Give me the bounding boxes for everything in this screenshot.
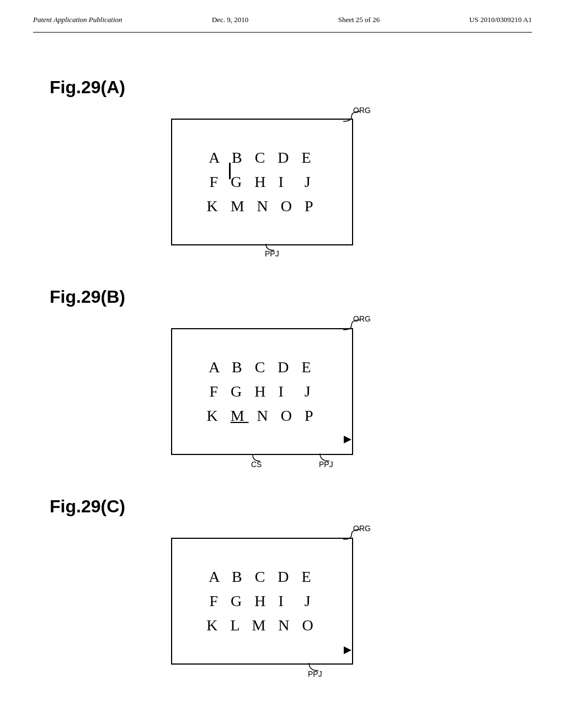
svg-marker-0 bbox=[344, 436, 351, 443]
fig-a-box: A B C D E F G H I J K M N O P bbox=[171, 119, 353, 245]
fig-c-box: A B C D E F G H I J K L M N O bbox=[171, 538, 353, 665]
fig-c-row1: A B C D E bbox=[209, 565, 315, 589]
fig-b-row3: K M N O P bbox=[206, 404, 317, 428]
fig-c-label: Fig.29(C) bbox=[50, 496, 125, 517]
svg-marker-1 bbox=[344, 646, 351, 654]
fig-a-label: Fig.29(A) bbox=[50, 77, 125, 98]
fig-c-ppj-bracket bbox=[306, 662, 328, 673]
fig-b-label: Fig.29(B) bbox=[50, 287, 125, 307]
fig-b-row2: F G H I J bbox=[209, 379, 315, 404]
fig-a-cursor bbox=[229, 163, 231, 179]
fig-a-ppj-bracket bbox=[263, 243, 285, 253]
header-sheet: Sheet 25 of 26 bbox=[338, 15, 380, 24]
fig-b-cs-bracket bbox=[250, 453, 266, 463]
header-publication-label: Patent Application Publication bbox=[33, 15, 122, 24]
fig-c-row2: F G H I J bbox=[209, 589, 315, 613]
fig-b-ppj-bracket bbox=[317, 452, 339, 463]
fig-a-row3: K M N O P bbox=[206, 194, 317, 218]
fig-b-row1: A B C D E bbox=[209, 355, 315, 379]
header-divider bbox=[33, 32, 532, 33]
fig-b-box: A B C D E F G H I J K M N O P bbox=[171, 328, 353, 455]
fig-c-cursor-arrow bbox=[344, 646, 356, 659]
fig-b-cursor-arrow bbox=[344, 436, 356, 448]
header-patent-number: US 2010/0309210 A1 bbox=[470, 15, 532, 24]
fig-a-row2: F G H I J bbox=[209, 170, 315, 194]
fig-b-underline-m: M bbox=[231, 407, 249, 424]
header-date: Dec. 9, 2010 bbox=[212, 15, 248, 24]
fig-c-row3: K L M N O bbox=[206, 613, 318, 638]
page-header: Patent Application Publication Dec. 9, 2… bbox=[0, 15, 565, 24]
fig-a-row1: A B C D E bbox=[209, 146, 315, 170]
